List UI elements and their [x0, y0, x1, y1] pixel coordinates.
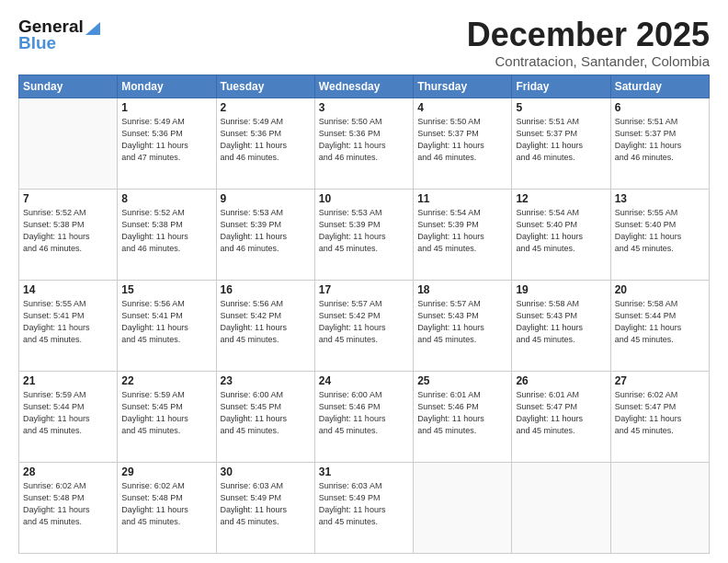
day-number: 28: [23, 465, 113, 478]
calendar-cell: 18Sunrise: 5:57 AM Sunset: 5:43 PM Dayli…: [414, 280, 512, 371]
weekday-header: Wednesday: [314, 75, 413, 98]
calendar-cell: 11Sunrise: 5:54 AM Sunset: 5:39 PM Dayli…: [414, 189, 512, 280]
calendar-cell: 15Sunrise: 5:56 AM Sunset: 5:41 PM Dayli…: [118, 280, 216, 371]
weekday-header: Tuesday: [216, 75, 314, 98]
calendar-cell: 30Sunrise: 6:03 AM Sunset: 5:49 PM Dayli…: [216, 462, 314, 553]
day-number: 17: [319, 283, 409, 296]
calendar-cell: 24Sunrise: 6:00 AM Sunset: 5:46 PM Dayli…: [314, 371, 413, 462]
day-info: Sunrise: 5:56 AM Sunset: 5:42 PM Dayligh…: [221, 298, 311, 346]
calendar-cell: 19Sunrise: 5:58 AM Sunset: 5:43 PM Dayli…: [512, 280, 610, 371]
day-number: 29: [121, 465, 211, 478]
calendar-cell: 26Sunrise: 6:01 AM Sunset: 5:47 PM Dayli…: [512, 371, 610, 462]
calendar-cell: [610, 462, 709, 553]
day-number: 22: [121, 374, 211, 387]
calendar-cell: 28Sunrise: 6:02 AM Sunset: 5:48 PM Dayli…: [19, 462, 118, 553]
day-info: Sunrise: 5:55 AM Sunset: 5:40 PM Dayligh…: [615, 207, 705, 255]
day-info: Sunrise: 5:57 AM Sunset: 5:42 PM Dayligh…: [319, 298, 409, 346]
day-number: 3: [319, 101, 409, 114]
calendar-cell: 20Sunrise: 5:58 AM Sunset: 5:44 PM Dayli…: [610, 280, 709, 371]
day-info: Sunrise: 5:50 AM Sunset: 5:36 PM Dayligh…: [319, 116, 409, 164]
day-info: Sunrise: 6:01 AM Sunset: 5:47 PM Dayligh…: [516, 389, 606, 437]
day-number: 13: [615, 192, 705, 205]
calendar-cell: 7Sunrise: 5:52 AM Sunset: 5:38 PM Daylig…: [19, 189, 118, 280]
calendar-cell: 27Sunrise: 6:02 AM Sunset: 5:47 PM Dayli…: [610, 371, 709, 462]
day-number: 16: [221, 283, 311, 296]
calendar-table: SundayMondayTuesdayWednesdayThursdayFrid…: [18, 75, 710, 554]
calendar-cell: [414, 462, 512, 553]
day-info: Sunrise: 5:51 AM Sunset: 5:37 PM Dayligh…: [516, 116, 606, 164]
logo: General Blue: [18, 17, 100, 53]
calendar-cell: 4Sunrise: 5:50 AM Sunset: 5:37 PM Daylig…: [414, 98, 512, 189]
day-number: 12: [516, 192, 606, 205]
calendar-cell: 17Sunrise: 5:57 AM Sunset: 5:42 PM Dayli…: [314, 280, 413, 371]
day-info: Sunrise: 5:58 AM Sunset: 5:44 PM Dayligh…: [615, 298, 705, 346]
day-number: 5: [516, 101, 606, 114]
day-number: 2: [221, 101, 311, 114]
calendar-cell: 2Sunrise: 5:49 AM Sunset: 5:36 PM Daylig…: [216, 98, 314, 189]
calendar-cell: 9Sunrise: 5:53 AM Sunset: 5:39 PM Daylig…: [216, 189, 314, 280]
calendar-cell: 22Sunrise: 5:59 AM Sunset: 5:45 PM Dayli…: [118, 371, 216, 462]
day-number: 7: [23, 192, 113, 205]
day-number: 18: [417, 283, 507, 296]
day-info: Sunrise: 5:54 AM Sunset: 5:40 PM Dayligh…: [516, 207, 606, 255]
day-number: 8: [121, 192, 211, 205]
day-number: 9: [221, 192, 311, 205]
calendar-week-row: 14Sunrise: 5:55 AM Sunset: 5:41 PM Dayli…: [19, 280, 710, 371]
calendar-cell: 1Sunrise: 5:49 AM Sunset: 5:36 PM Daylig…: [118, 98, 216, 189]
day-info: Sunrise: 6:02 AM Sunset: 5:48 PM Dayligh…: [121, 480, 211, 528]
calendar-week-row: 28Sunrise: 6:02 AM Sunset: 5:48 PM Dayli…: [19, 462, 710, 553]
day-number: 25: [417, 374, 507, 387]
day-info: Sunrise: 5:58 AM Sunset: 5:43 PM Dayligh…: [516, 298, 606, 346]
day-info: Sunrise: 5:55 AM Sunset: 5:41 PM Dayligh…: [23, 298, 113, 346]
month-title: December 2025: [467, 17, 710, 53]
day-info: Sunrise: 5:59 AM Sunset: 5:44 PM Dayligh…: [23, 389, 113, 437]
day-number: 24: [319, 374, 409, 387]
location-subtitle: Contratacion, Santander, Colombia: [467, 53, 710, 69]
day-info: Sunrise: 5:53 AM Sunset: 5:39 PM Dayligh…: [221, 207, 311, 255]
logo-blue: Blue: [18, 33, 56, 53]
day-number: 30: [221, 465, 311, 478]
title-block: December 2025 Contratacion, Santander, C…: [467, 17, 710, 69]
day-number: 15: [121, 283, 211, 296]
day-info: Sunrise: 5:57 AM Sunset: 5:43 PM Dayligh…: [417, 298, 507, 346]
day-info: Sunrise: 6:02 AM Sunset: 5:48 PM Dayligh…: [23, 480, 113, 528]
day-number: 19: [516, 283, 606, 296]
calendar-cell: 29Sunrise: 6:02 AM Sunset: 5:48 PM Dayli…: [118, 462, 216, 553]
day-number: 14: [23, 283, 113, 296]
day-info: Sunrise: 5:52 AM Sunset: 5:38 PM Dayligh…: [23, 207, 113, 255]
calendar-cell: 14Sunrise: 5:55 AM Sunset: 5:41 PM Dayli…: [19, 280, 118, 371]
day-number: 27: [615, 374, 705, 387]
calendar-week-row: 7Sunrise: 5:52 AM Sunset: 5:38 PM Daylig…: [19, 189, 710, 280]
page: General Blue December 2025 Contratacion,…: [0, 0, 728, 563]
calendar-cell: [19, 98, 118, 189]
day-info: Sunrise: 6:01 AM Sunset: 5:46 PM Dayligh…: [417, 389, 507, 437]
day-info: Sunrise: 5:54 AM Sunset: 5:39 PM Dayligh…: [417, 207, 507, 255]
calendar-cell: 23Sunrise: 6:00 AM Sunset: 5:45 PM Dayli…: [216, 371, 314, 462]
calendar-cell: 16Sunrise: 5:56 AM Sunset: 5:42 PM Dayli…: [216, 280, 314, 371]
weekday-header: Monday: [118, 75, 216, 98]
calendar-cell: 12Sunrise: 5:54 AM Sunset: 5:40 PM Dayli…: [512, 189, 610, 280]
calendar-cell: 5Sunrise: 5:51 AM Sunset: 5:37 PM Daylig…: [512, 98, 610, 189]
day-info: Sunrise: 5:53 AM Sunset: 5:39 PM Dayligh…: [319, 207, 409, 255]
day-info: Sunrise: 5:49 AM Sunset: 5:36 PM Dayligh…: [121, 116, 211, 164]
calendar-cell: 6Sunrise: 5:51 AM Sunset: 5:37 PM Daylig…: [610, 98, 709, 189]
day-info: Sunrise: 5:59 AM Sunset: 5:45 PM Dayligh…: [121, 389, 211, 437]
calendar-cell: 25Sunrise: 6:01 AM Sunset: 5:46 PM Dayli…: [414, 371, 512, 462]
day-info: Sunrise: 5:49 AM Sunset: 5:36 PM Dayligh…: [221, 116, 311, 164]
day-info: Sunrise: 6:00 AM Sunset: 5:45 PM Dayligh…: [221, 389, 311, 437]
logo-icon: [85, 18, 100, 35]
day-info: Sunrise: 5:50 AM Sunset: 5:37 PM Dayligh…: [417, 116, 507, 164]
day-number: 26: [516, 374, 606, 387]
header: General Blue December 2025 Contratacion,…: [18, 17, 710, 69]
weekday-header: Saturday: [610, 75, 709, 98]
calendar-week-row: 1Sunrise: 5:49 AM Sunset: 5:36 PM Daylig…: [19, 98, 710, 189]
day-number: 11: [417, 192, 507, 205]
day-number: 20: [615, 283, 705, 296]
day-number: 10: [319, 192, 409, 205]
day-info: Sunrise: 6:00 AM Sunset: 5:46 PM Dayligh…: [319, 389, 409, 437]
calendar-cell: 8Sunrise: 5:52 AM Sunset: 5:38 PM Daylig…: [118, 189, 216, 280]
calendar-cell: 10Sunrise: 5:53 AM Sunset: 5:39 PM Dayli…: [314, 189, 413, 280]
calendar-cell: 21Sunrise: 5:59 AM Sunset: 5:44 PM Dayli…: [19, 371, 118, 462]
day-info: Sunrise: 6:03 AM Sunset: 5:49 PM Dayligh…: [319, 480, 409, 528]
day-number: 31: [319, 465, 409, 478]
